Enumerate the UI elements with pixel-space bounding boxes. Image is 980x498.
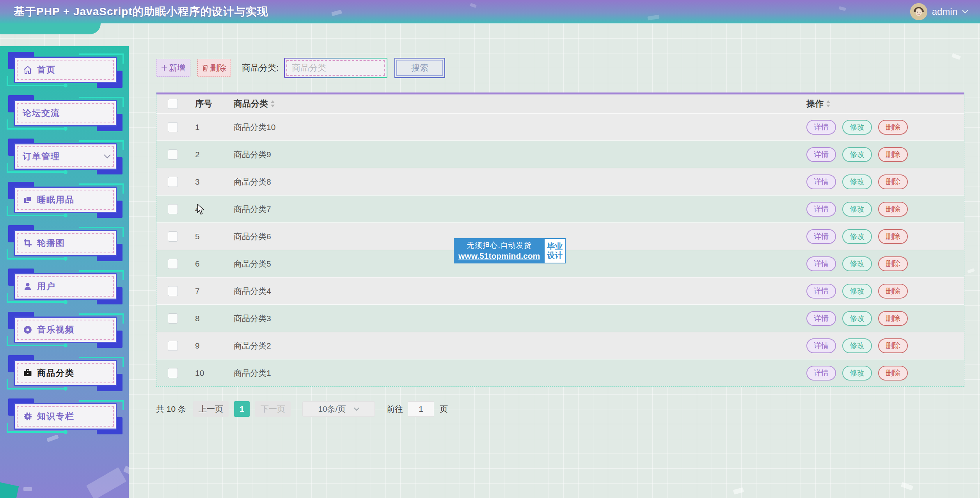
page-unit-label: 页 <box>440 404 448 414</box>
delete-button[interactable]: 删除 <box>878 147 908 162</box>
edit-button[interactable]: 修改 <box>842 202 872 217</box>
detail-button[interactable]: 详情 <box>806 229 836 244</box>
home-icon <box>23 65 33 75</box>
sidebar-item-music-video[interactable]: 音乐视频 <box>14 317 117 343</box>
edit-button[interactable]: 修改 <box>842 229 872 244</box>
sidebar-item-home[interactable]: 首页 <box>14 57 117 83</box>
add-button[interactable]: 新增 <box>156 59 190 77</box>
toolbar: 新增 删除 商品分类: 搜索 <box>156 58 445 78</box>
row-index: 8 <box>195 314 234 323</box>
detail-button[interactable]: 详情 <box>806 120 836 135</box>
avatar <box>910 3 927 20</box>
select-all-checkbox[interactable] <box>168 99 178 109</box>
edit-button[interactable]: 修改 <box>842 256 872 271</box>
sidebar-item-label: 用户 <box>37 281 56 292</box>
batch-delete-button[interactable]: 删除 <box>197 59 231 77</box>
next-page-button[interactable]: 下一页 <box>255 401 291 417</box>
detail-button[interactable]: 详情 <box>806 366 836 381</box>
detail-button[interactable]: 详情 <box>806 256 836 271</box>
crop-icon <box>23 238 33 248</box>
table-row: 2 商品分类9 详情 修改 删除 <box>156 141 964 168</box>
edit-button[interactable]: 修改 <box>842 366 872 381</box>
watermark-line1: 无须担心.自动发货 <box>458 240 540 251</box>
sidebar-item-carousel[interactable]: 轮播图 <box>14 230 117 256</box>
delete-button[interactable]: 删除 <box>878 366 908 381</box>
delete-button[interactable]: 删除 <box>878 174 908 189</box>
row-checkbox[interactable] <box>168 122 178 132</box>
watermark-badge: 毕业 设计 <box>544 238 566 263</box>
row-index: 2 <box>195 150 234 159</box>
detail-button[interactable]: 详情 <box>806 202 836 217</box>
row-checkbox[interactable] <box>168 259 178 269</box>
confetti-piece <box>123 466 129 475</box>
sidebar-item-label: 轮播图 <box>37 237 65 249</box>
delete-button[interactable]: 删除 <box>878 311 908 326</box>
row-index: 3 <box>195 177 234 187</box>
row-checkbox[interactable] <box>168 341 178 351</box>
prev-page-button[interactable]: 上一页 <box>193 401 229 417</box>
row-checkbox[interactable] <box>168 204 178 214</box>
header-curve-decoration <box>0 23 101 34</box>
sort-carets-icon[interactable] <box>826 100 831 107</box>
row-category: 商品分类8 <box>234 176 806 187</box>
row-checkbox[interactable] <box>168 149 178 160</box>
copy-icon <box>23 195 33 205</box>
delete-button-label: 删除 <box>210 62 226 73</box>
app-root: 基于PHP + JavaScript的助眠小程序的设计与实现 admin <box>0 0 980 498</box>
column-header-index: 序号 <box>195 98 234 110</box>
goto-page-input[interactable] <box>408 401 434 417</box>
user-menu[interactable]: admin <box>910 3 968 20</box>
edit-button[interactable]: 修改 <box>842 338 872 353</box>
edit-button[interactable]: 修改 <box>842 120 872 135</box>
detail-button[interactable]: 详情 <box>806 338 836 353</box>
edit-button[interactable]: 修改 <box>842 147 872 162</box>
row-category: 商品分类2 <box>234 340 806 351</box>
row-category: 商品分类1 <box>234 368 806 379</box>
delete-button[interactable]: 删除 <box>878 284 908 299</box>
row-checkbox[interactable] <box>168 286 178 296</box>
teal-square-decoration <box>0 482 19 498</box>
sidebar-item-label: 订单管理 <box>23 151 60 162</box>
top-header: 基于PHP + JavaScript的助眠小程序的设计与实现 admin <box>0 0 980 23</box>
row-index: 5 <box>195 232 234 241</box>
sidebar-item-orders[interactable]: 订单管理 <box>14 143 117 170</box>
row-checkbox[interactable] <box>168 231 178 242</box>
pagination-total: 共 10 条 <box>156 404 186 414</box>
sidebar-item-users[interactable]: 用户 <box>14 273 117 300</box>
row-index: 4 <box>195 205 234 214</box>
page-number-button[interactable]: 1 <box>234 401 250 417</box>
delete-button[interactable]: 删除 <box>878 202 908 217</box>
delete-button[interactable]: 删除 <box>878 338 908 353</box>
search-button[interactable]: 搜索 <box>394 58 445 78</box>
pagination: 共 10 条 上一页 1 下一页 10条/页 前往 页 <box>156 401 448 417</box>
search-input[interactable] <box>285 59 387 77</box>
edit-button[interactable]: 修改 <box>842 174 872 189</box>
table-row: 1 商品分类10 详情 修改 删除 <box>156 113 964 141</box>
detail-button[interactable]: 详情 <box>806 284 836 299</box>
row-category: 商品分类3 <box>234 313 806 324</box>
trash-icon <box>202 64 208 71</box>
edit-button[interactable]: 修改 <box>842 284 872 299</box>
sidebar-item-forum[interactable]: 论坛交流 <box>14 100 117 126</box>
sort-carets-icon[interactable] <box>270 100 275 107</box>
detail-button[interactable]: 详情 <box>806 147 836 162</box>
sidebar-item-product-category[interactable]: 商品分类 <box>14 360 117 386</box>
watermark-badge-top: 毕业 <box>547 242 563 251</box>
page-title: 基于PHP + JavaScript的助眠小程序的设计与实现 <box>14 4 268 19</box>
delete-button[interactable]: 删除 <box>878 229 908 244</box>
edit-button[interactable]: 修改 <box>842 311 872 326</box>
row-checkbox[interactable] <box>168 368 178 378</box>
page-size-select[interactable]: 10条/页 <box>302 401 375 417</box>
delete-button[interactable]: 删除 <box>878 256 908 271</box>
watermark: 无须担心.自动发货 www.51topmind.com 毕业 设计 <box>454 238 566 263</box>
row-checkbox[interactable] <box>168 313 178 324</box>
delete-button[interactable]: 删除 <box>878 120 908 135</box>
search-input-wrapper <box>284 58 387 78</box>
sidebar-item-knowledge[interactable]: 知识专栏 <box>14 403 117 430</box>
watermark-badge-bottom: 设计 <box>547 251 563 260</box>
sidebar-item-sleep-products[interactable]: 睡眠用品 <box>14 187 117 213</box>
detail-button[interactable]: 详情 <box>806 311 836 326</box>
row-checkbox[interactable] <box>168 177 178 187</box>
detail-button[interactable]: 详情 <box>806 174 836 189</box>
row-index: 1 <box>195 123 234 132</box>
